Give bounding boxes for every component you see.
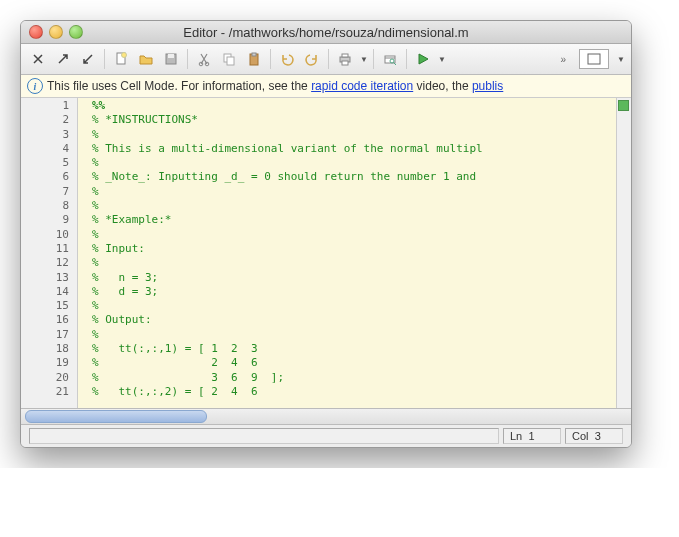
svg-rect-7: [227, 57, 234, 65]
svg-rect-9: [252, 53, 256, 56]
rapid-code-iteration-link[interactable]: rapid code iteration: [311, 79, 413, 93]
undock-icon[interactable]: [52, 48, 74, 70]
svg-rect-11: [342, 54, 348, 57]
editor-area: 1 2 3 4 5 6 7 8 9 10 11 12 13 14 15 16 1…: [21, 98, 631, 408]
redo-icon[interactable]: [301, 48, 323, 70]
dock-icon[interactable]: [77, 48, 99, 70]
code-ok-marker: [618, 100, 629, 111]
scrollbar-thumb[interactable]: [25, 410, 207, 423]
open-file-icon[interactable]: [135, 48, 157, 70]
window-title: Editor - /mathworks/home/rsouza/ndimensi…: [21, 25, 631, 40]
col-indicator: Col 3: [565, 428, 623, 444]
new-file-icon[interactable]: [110, 48, 132, 70]
cut-icon[interactable]: [193, 48, 215, 70]
statusbar: Ln 1 Col 3: [21, 424, 631, 447]
svg-point-1: [122, 53, 127, 58]
view-mode-selector[interactable]: [579, 49, 609, 69]
close-button[interactable]: [29, 25, 43, 39]
publishing-link[interactable]: publis: [472, 79, 503, 93]
code-analyzer-strip[interactable]: [616, 98, 631, 408]
line-indicator: Ln 1: [503, 428, 561, 444]
paste-icon[interactable]: [243, 48, 265, 70]
view-mode-dropdown-icon[interactable]: ▼: [617, 55, 625, 64]
editor-window: Editor - /mathworks/home/rsouza/ndimensi…: [20, 20, 632, 448]
run-icon[interactable]: [412, 48, 434, 70]
status-spacer: [29, 428, 499, 444]
maximize-button[interactable]: [69, 25, 83, 39]
svg-rect-12: [342, 61, 348, 65]
info-bar: i This file uses Cell Mode. For informat…: [21, 75, 631, 98]
copy-icon[interactable]: [218, 48, 240, 70]
info-icon: i: [27, 78, 43, 94]
run-dropdown-icon[interactable]: ▼: [438, 55, 446, 64]
line-number-gutter: 1 2 3 4 5 6 7 8 9 10 11 12 13 14 15 16 1…: [21, 98, 78, 408]
window-controls: [29, 25, 83, 39]
undo-icon[interactable]: [276, 48, 298, 70]
print-dropdown-icon[interactable]: ▼: [360, 55, 368, 64]
close-tool-icon[interactable]: [27, 48, 49, 70]
info-text: This file uses Cell Mode. For informatio…: [47, 79, 311, 93]
more-tools-icon[interactable]: »: [555, 54, 573, 65]
toolbar: ▼ ▼ » ▼: [21, 44, 631, 75]
save-icon[interactable]: [160, 48, 182, 70]
find-icon[interactable]: [379, 48, 401, 70]
titlebar[interactable]: Editor - /mathworks/home/rsouza/ndimensi…: [21, 21, 631, 44]
info-mid: video, the: [413, 79, 472, 93]
minimize-button[interactable]: [49, 25, 63, 39]
horizontal-scrollbar[interactable]: [21, 408, 631, 424]
code-area[interactable]: %% % *INSTRUCTIONS* % % This is a multi-…: [78, 98, 616, 408]
svg-rect-15: [588, 54, 600, 64]
print-icon[interactable]: [334, 48, 356, 70]
svg-rect-3: [168, 54, 174, 58]
